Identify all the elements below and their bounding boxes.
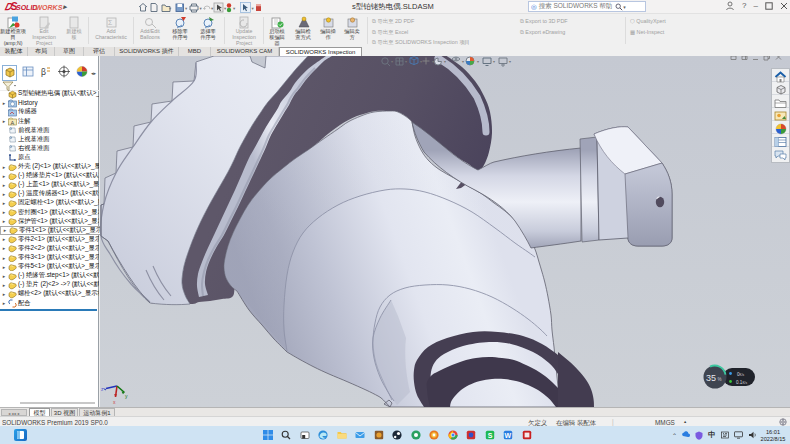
svg-text:▾: ▾ bbox=[185, 6, 188, 11]
svg-text:0K/s: 0K/s bbox=[737, 372, 745, 377]
svg-text:▾: ▾ bbox=[252, 6, 255, 11]
svg-text:WORKS: WORKS bbox=[36, 4, 63, 11]
svg-text:▸: ▸ bbox=[62, 3, 68, 10]
svg-text:%: % bbox=[718, 377, 722, 382]
svg-text:z: z bbox=[101, 386, 104, 392]
svg-text:x: x bbox=[113, 399, 116, 405]
svg-text:▾: ▾ bbox=[477, 59, 479, 64]
svg-text:▾: ▾ bbox=[391, 59, 393, 64]
svg-text:▾: ▾ bbox=[493, 59, 495, 64]
svg-text:▾: ▾ bbox=[233, 6, 236, 11]
svg-text:▾: ▾ bbox=[509, 59, 511, 64]
svg-text:▾: ▾ bbox=[405, 59, 407, 64]
svg-text:▾: ▾ bbox=[444, 59, 446, 64]
svg-text:▾: ▾ bbox=[462, 59, 464, 64]
svg-text:▾: ▾ bbox=[200, 6, 203, 11]
svg-text:SOLID: SOLID bbox=[16, 4, 37, 11]
svg-text:35: 35 bbox=[706, 373, 716, 383]
svg-text:0.1K/s: 0.1K/s bbox=[736, 380, 747, 385]
svg-text:▾: ▾ bbox=[169, 6, 172, 11]
svg-text:Σ: Σ bbox=[108, 19, 113, 26]
svg-text:▾: ▾ bbox=[420, 59, 422, 64]
svg-text:y: y bbox=[125, 393, 128, 399]
svg-text:W: W bbox=[505, 431, 512, 438]
svg-text:S: S bbox=[487, 431, 492, 438]
svg-text:▾: ▾ bbox=[432, 59, 434, 64]
svg-text:▾: ▾ bbox=[224, 6, 227, 11]
